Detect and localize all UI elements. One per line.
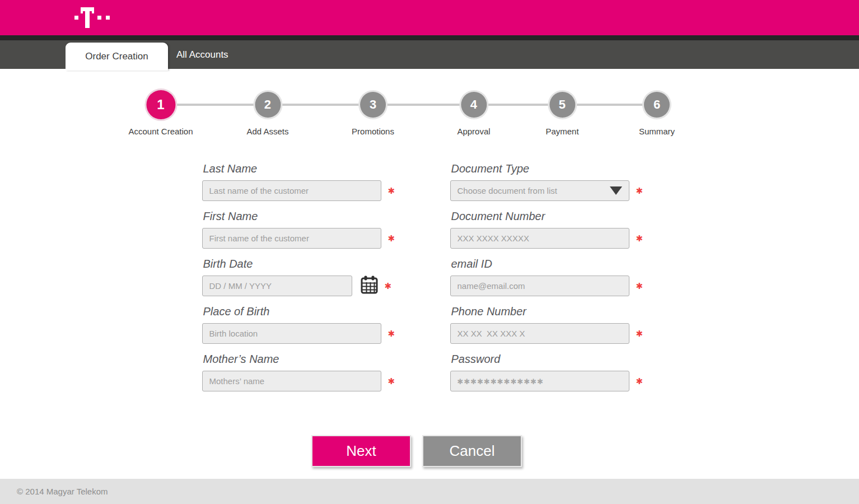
- step-label: Account Creation: [128, 127, 193, 136]
- mothers-name-input[interactable]: [202, 371, 381, 391]
- telekom-logo: [74, 7, 110, 28]
- step-circle-4[interactable]: 4: [461, 92, 487, 118]
- step-circle-2[interactable]: 2: [255, 92, 281, 118]
- step-label: Add Assets: [246, 127, 288, 136]
- email-id-input[interactable]: [450, 276, 629, 296]
- dropdown-arrow-icon: [610, 186, 622, 195]
- document-number-input[interactable]: [450, 228, 629, 249]
- step-label: Promotions: [352, 127, 394, 136]
- phone-number-label: Phone Number: [451, 305, 647, 318]
- required-star-icon: ✱: [636, 234, 643, 242]
- step-add-assets: 2 Add Assets: [246, 69, 288, 136]
- document-number-label: Document Number: [451, 210, 647, 223]
- header-divider-strip: [0, 35, 859, 40]
- tab-order-creation[interactable]: Order Creation: [66, 43, 168, 71]
- required-star-icon: ✱: [388, 377, 395, 385]
- last-name-input[interactable]: [202, 180, 381, 201]
- logo-dot: [74, 16, 78, 20]
- app-header: [0, 0, 859, 35]
- field-mothers-name: Mother’s Name ✱: [202, 353, 399, 391]
- step-promotions: 3 Promotions: [352, 69, 394, 136]
- field-password: Password ✱: [450, 353, 647, 391]
- document-type-select[interactable]: Choose document from list: [450, 180, 629, 201]
- place-of-birth-label: Place of Birth: [203, 305, 399, 318]
- field-document-number: Document Number ✱: [450, 210, 647, 249]
- field-last-name: Last Name ✱: [202, 162, 399, 201]
- logo-dot: [106, 16, 110, 20]
- step-circle-5[interactable]: 5: [549, 92, 575, 118]
- document-type-selected-value: Choose document from list: [457, 186, 557, 195]
- required-star-icon: ✱: [636, 329, 643, 338]
- password-input[interactable]: [450, 371, 629, 391]
- required-star-icon: ✱: [636, 377, 643, 385]
- email-id-label: email ID: [451, 258, 647, 270]
- calendar-icon: [361, 276, 378, 296]
- form-column-left: Last Name ✱ First Name ✱ Birth Date: [202, 162, 399, 400]
- birth-date-input[interactable]: [202, 276, 352, 296]
- password-label: Password: [451, 353, 647, 366]
- phone-number-input[interactable]: [450, 323, 629, 344]
- page-footer: © 2014 Magyar Telekom: [0, 479, 859, 504]
- required-star-icon: ✱: [385, 282, 392, 290]
- step-label: Approval: [457, 127, 490, 136]
- copyright-text: © 2014 Magyar Telekom: [17, 487, 108, 496]
- required-star-icon: ✱: [636, 186, 643, 195]
- document-type-label: Document Type: [451, 162, 647, 175]
- step-label: Payment: [545, 127, 578, 136]
- step-circle-6[interactable]: 6: [644, 92, 670, 118]
- required-star-icon: ✱: [636, 282, 643, 290]
- cancel-button[interactable]: Cancel: [422, 435, 522, 467]
- field-email-id: email ID ✱: [450, 258, 647, 296]
- field-document-type: Document Type Choose document from list …: [450, 162, 647, 201]
- required-star-icon: ✱: [388, 329, 395, 338]
- wizard-stepper: 1 Account Creation 2 Add Assets 3 Promot…: [0, 69, 859, 143]
- tab-all-accounts[interactable]: All Accounts: [176, 40, 228, 69]
- form-column-right: Document Type Choose document from list …: [450, 162, 647, 400]
- last-name-label: Last Name: [203, 162, 399, 175]
- logo-dot: [97, 16, 101, 20]
- place-of-birth-input[interactable]: [202, 323, 381, 344]
- step-label: Summary: [639, 127, 675, 136]
- step-payment: 5 Payment: [545, 69, 578, 136]
- birth-date-label: Birth Date: [203, 258, 399, 270]
- form-actions: Next Cancel: [0, 435, 846, 467]
- account-creation-form: Last Name ✱ First Name ✱ Birth Date: [0, 162, 854, 400]
- mothers-name-label: Mother’s Name: [203, 353, 399, 366]
- first-name-label: First Name: [203, 210, 399, 223]
- field-first-name: First Name ✱: [202, 210, 399, 249]
- tab-bar: Order Creation All Accounts: [0, 40, 859, 69]
- step-circle-1[interactable]: 1: [146, 90, 175, 119]
- first-name-input[interactable]: [202, 228, 381, 249]
- calendar-picker-button[interactable]: [361, 277, 378, 296]
- field-place-of-birth: Place of Birth ✱: [202, 305, 399, 344]
- step-summary: 6 Summary: [639, 69, 675, 136]
- field-phone-number: Phone Number ✱: [450, 305, 647, 344]
- step-approval: 4 Approval: [457, 69, 490, 136]
- stepper-connector-line: [161, 104, 657, 106]
- required-star-icon: ✱: [388, 234, 395, 242]
- required-star-icon: ✱: [388, 186, 395, 195]
- main-content: 1 Account Creation 2 Add Assets 3 Promot…: [0, 69, 859, 467]
- step-account-creation: 1 Account Creation: [128, 69, 193, 136]
- next-button[interactable]: Next: [311, 435, 411, 467]
- telekom-t-icon: [81, 7, 94, 28]
- field-birth-date: Birth Date: [202, 258, 399, 296]
- step-circle-3[interactable]: 3: [360, 92, 386, 118]
